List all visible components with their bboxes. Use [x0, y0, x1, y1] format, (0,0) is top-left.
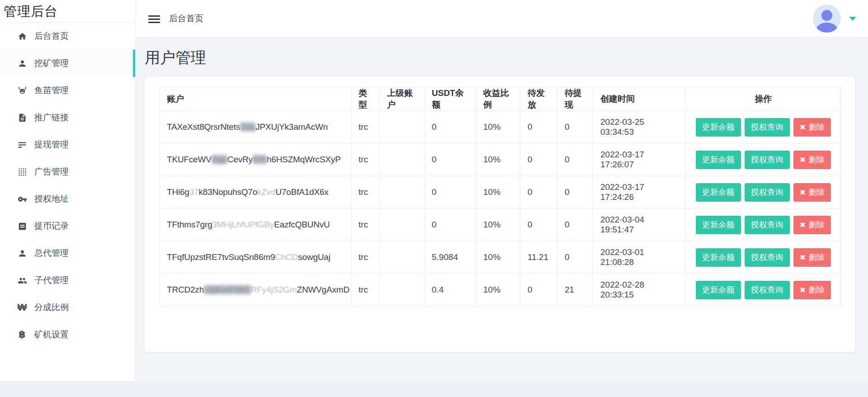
table-row: TRCD2zhUgtGwFSK2RFy4jS2GmZNWVgAxmDtrc0.4…	[160, 274, 841, 306]
authorize-query-button[interactable]: 授权查询	[745, 216, 790, 234]
update-balance-button[interactable]: 更新余额	[696, 118, 741, 137]
column-header-0: 账户	[160, 87, 351, 111]
delete-button[interactable]: ✖删除	[793, 248, 831, 267]
sidebar-item-won-10[interactable]: ₩分成比例	[0, 294, 135, 321]
sidebar-item-label: 矿机设置	[34, 329, 69, 340]
usdt-balance-cell: 0	[425, 176, 476, 208]
sidebar-item-person-1[interactable]: 挖矿管理	[0, 50, 135, 77]
usdt-balance-cell: 0	[425, 111, 476, 143]
profit-ratio-cell: 10%	[476, 274, 520, 306]
usdt-balance-cell: 0	[425, 208, 476, 241]
caret-down-icon[interactable]	[849, 17, 856, 21]
created-time-cell: 2022-03-25 03:34:53	[593, 111, 686, 143]
x-icon: ✖	[800, 221, 806, 229]
authorize-query-button[interactable]: 授权查询	[745, 118, 790, 137]
authorize-query-button[interactable]: 授权查询	[745, 281, 790, 299]
type-cell: trc	[351, 241, 380, 274]
sidebar-item-lines-4[interactable]: 提现管理	[0, 131, 135, 158]
users-table: 账户类型上级账户USDT余额收益比例待发放待提现创建时间操作 TAXeXst8Q…	[159, 87, 841, 307]
won-icon: ₩	[17, 302, 28, 313]
sidebar-item-label: 鱼苗管理	[34, 85, 69, 96]
brand-title: 管理后台	[0, 0, 135, 23]
delete-button[interactable]: ✖删除	[793, 118, 831, 137]
sidebar-item-label: 挖矿管理	[34, 57, 69, 69]
sidebar-item-label: 总代管理	[34, 247, 69, 259]
update-balance-button[interactable]: 更新余额	[696, 216, 741, 234]
doc-icon	[17, 112, 28, 123]
sidebar-item-key-6[interactable]: 授权地址	[0, 185, 135, 213]
page-title: 用户管理	[136, 38, 868, 77]
sidebar-item-doc-3[interactable]: 推广链接	[0, 104, 135, 131]
delete-button[interactable]: ✖删除	[793, 151, 831, 169]
sidebar-item-person-8[interactable]: 总代管理	[0, 240, 135, 267]
update-balance-button[interactable]: 更新余额	[696, 151, 741, 169]
type-cell: trc	[351, 274, 380, 306]
table-row: THi6g37k83NopuhsQ7okZvdU7oBfA1dX6xtrc010…	[160, 176, 841, 208]
authorize-query-button[interactable]: 授权查询	[745, 151, 790, 169]
sidebar-item-btc-11[interactable]: ฿矿机设置	[0, 321, 135, 348]
x-icon: ✖	[800, 156, 806, 164]
home-icon	[17, 31, 28, 42]
sidebar-item-label: 后台首页	[34, 30, 69, 42]
authorize-query-button[interactable]: 授权查询	[745, 183, 790, 202]
sidebar-item-label: 分成比例	[34, 302, 69, 313]
profit-ratio-cell: 10%	[476, 241, 520, 274]
pending-release-cell: 0	[520, 274, 557, 306]
sidebar-item-home-0[interactable]: 后台首页	[0, 23, 135, 50]
btc-icon: ฿	[17, 329, 28, 340]
sidebar-item-book-7[interactable]: 提币记录	[0, 213, 135, 240]
breadcrumb: 后台首页	[169, 13, 203, 24]
hamburger-menu-icon[interactable]	[148, 14, 160, 25]
parent-account-cell	[380, 111, 425, 143]
column-header-6: 待提现	[557, 87, 593, 111]
table-row: TKUFceWV3qjaCevRy87hh6HSZMqWrcSXyPtrc010…	[160, 143, 841, 176]
sidebar-item-label: 授权地址	[34, 193, 69, 205]
sidebar-item-cow-2[interactable]: 鱼苗管理	[0, 77, 135, 104]
pending-release-cell: 0	[520, 143, 557, 176]
sidebar-item-grid-5[interactable]: 广告管理	[0, 158, 135, 185]
update-balance-button[interactable]: 更新余额	[696, 183, 741, 202]
pending-withdraw-cell: 0	[557, 241, 593, 274]
delete-button[interactable]: ✖删除	[793, 183, 831, 202]
avatar[interactable]	[813, 5, 841, 33]
grid-icon	[17, 166, 28, 177]
authorize-query-button[interactable]: 授权查询	[745, 248, 790, 267]
sidebar: 管理后台 后台首页挖矿管理鱼苗管理推广链接提现管理广告管理授权地址提币记录总代管…	[0, 0, 136, 381]
cow-icon	[17, 85, 28, 96]
delete-button[interactable]: ✖删除	[793, 216, 831, 234]
update-balance-button[interactable]: 更新余额	[696, 248, 741, 267]
update-balance-button[interactable]: 更新余额	[696, 281, 741, 299]
type-cell: trc	[351, 176, 380, 208]
usdt-balance-cell: 0	[425, 143, 476, 176]
sidebar-item-label: 提币记录	[34, 220, 69, 232]
pending-withdraw-cell: 0	[557, 111, 593, 143]
parent-account-cell	[380, 274, 425, 306]
actions-cell: 更新余额授权查询✖删除	[686, 241, 841, 274]
avatar-head-shape	[821, 10, 832, 21]
column-header-1: 类型	[351, 87, 380, 111]
profit-ratio-cell: 10%	[476, 143, 520, 176]
type-cell: trc	[351, 143, 380, 176]
table-row: TFthms7grg3MHjLhfUPfGByEazfcQBUNvUtrc010…	[160, 208, 841, 241]
delete-button[interactable]: ✖删除	[793, 281, 831, 299]
avatar-bust-shape	[816, 23, 837, 33]
app-container: 管理后台 后台首页挖矿管理鱼苗管理推广链接提现管理广告管理授权地址提币记录总代管…	[0, 0, 868, 381]
actions-cell: 更新余额授权查询✖删除	[686, 143, 841, 176]
created-time-cell: 2022-03-04 19:51:47	[593, 208, 686, 241]
column-header-2: 上级账户	[380, 87, 425, 111]
topbar: 后台首页	[136, 0, 868, 38]
parent-account-cell	[380, 241, 425, 274]
sidebar-item-people-9[interactable]: 子代管理	[0, 267, 135, 294]
key-icon	[17, 194, 28, 204]
column-header-3: USDT余额	[425, 87, 476, 111]
account-cell: TFthms7grg3MHjLhfUPfGByEazfcQBUNvU	[160, 208, 351, 241]
actions-cell: 更新余额授权查询✖删除	[686, 176, 841, 208]
column-header-7: 创建时间	[593, 87, 686, 111]
table-card: 账户类型上级账户USDT余额收益比例待发放待提现创建时间操作 TAXeXst8Q…	[145, 77, 855, 352]
pending-withdraw-cell: 0	[557, 143, 593, 176]
pending-release-cell: 0	[520, 176, 557, 208]
sidebar-item-label: 子代管理	[34, 274, 69, 286]
column-header-8: 操作	[686, 87, 841, 111]
page-content: 用户管理 账户类型上级账户USDT余额收益比例待发放待提现创建时间操作 TAXe…	[136, 38, 868, 364]
account-cell: TKUFceWV3qjaCevRy87hh6HSZMqWrcSXyP	[160, 143, 351, 176]
